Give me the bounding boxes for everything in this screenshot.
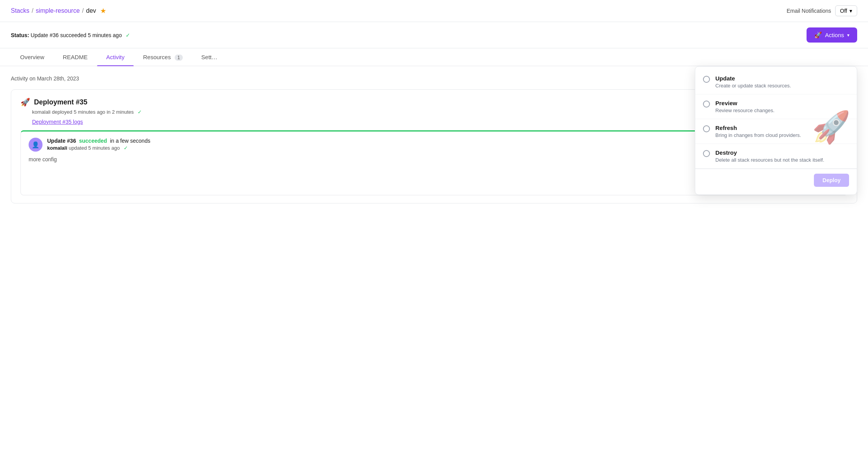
update-username: komalali (47, 145, 67, 151)
resources-badge: 1 (175, 55, 183, 61)
breadcrumb-sep2: / (82, 7, 83, 14)
radio-preview[interactable] (703, 101, 710, 108)
dropdown-refresh-desc: Bring in changes from cloud providers. (715, 132, 849, 138)
chevron-down-icon: ▾ (849, 8, 852, 14)
tab-overview[interactable]: Overview (11, 48, 54, 66)
email-notifications-value: Off (840, 8, 847, 14)
breadcrumb: Stacks / simple-resource / dev ★ (11, 7, 106, 15)
tab-settings[interactable]: Sett… (192, 48, 227, 66)
breadcrumb-dev: dev (86, 7, 96, 14)
tabs: Overview README Activity Resources 1 Set… (0, 48, 868, 66)
email-notifications: Email Notifications Off ▾ (786, 5, 857, 16)
dropdown-destroy-desc: Delete all stack resources but not the s… (715, 157, 849, 163)
dropdown-destroy-title: Destroy (715, 149, 849, 156)
status-check-icon: ✓ (126, 32, 130, 38)
dropdown-item-destroy[interactable]: Destroy Delete all stack resources but n… (695, 144, 857, 169)
breadcrumb-sep1: / (32, 7, 33, 14)
dropdown-refresh-title: Refresh (715, 125, 849, 131)
dropdown-preview-title: Preview (715, 100, 849, 106)
email-notifications-label: Email Notifications (786, 8, 831, 14)
update-action: updated 5 minutes ago (69, 145, 120, 151)
radio-refresh[interactable] (703, 125, 710, 132)
breadcrumb-stacks[interactable]: Stacks (11, 7, 29, 14)
status-text: Status: Update #36 succeeded 5 minutes a… (11, 32, 130, 38)
rocket-icon: 🚀 (814, 31, 822, 39)
update-status: succeeded (79, 138, 107, 144)
dropdown-item-update[interactable]: Update Create or update stack resources. (695, 70, 857, 94)
status-bar: Status: Update #36 succeeded 5 minutes a… (0, 22, 868, 48)
chevron-down-icon: ▾ (847, 32, 849, 38)
update-suffix: in a few seconds (110, 138, 150, 144)
deployment-check-icon: ✓ (138, 109, 142, 115)
deployment-title: Deployment #35 (34, 98, 87, 106)
tab-readme[interactable]: README (54, 48, 97, 66)
star-icon[interactable]: ★ (100, 7, 106, 15)
avatar: 👤 (29, 138, 43, 152)
radio-destroy[interactable] (703, 150, 710, 157)
dropdown-footer: Deploy (695, 169, 857, 191)
deployment-meta-text: komalali deployed 5 minutes ago in 2 min… (32, 109, 134, 115)
actions-dropdown: 🚀 Update Create or update stack resource… (695, 66, 857, 195)
tab-activity[interactable]: Activity (97, 48, 134, 66)
breadcrumb-simple-resource[interactable]: simple-resource (36, 7, 80, 14)
main-content: Activity on March 28th, 2023 🚀 Deploymen… (0, 66, 868, 219)
status-label: Status: (11, 32, 29, 38)
dropdown-update-desc: Create or update stack resources. (715, 83, 849, 89)
update-number: Update #36 (47, 138, 76, 144)
dropdown-update-title: Update (715, 75, 849, 82)
status-message: Update #36 succeeded 5 minutes ago (31, 32, 122, 38)
dropdown-preview-desc: Review resource changes. (715, 108, 849, 113)
update-check-icon: ✓ (124, 145, 128, 151)
deploy-button[interactable]: Deploy (814, 174, 849, 187)
deployment-rocket-icon: 🚀 (20, 97, 30, 107)
actions-button[interactable]: 🚀 Actions ▾ (807, 27, 857, 43)
actions-label: Actions (825, 32, 844, 38)
top-bar: Stacks / simple-resource / dev ★ Email N… (0, 0, 868, 22)
email-notifications-dropdown[interactable]: Off ▾ (835, 5, 857, 16)
dropdown-item-preview[interactable]: Preview Review resource changes. (695, 94, 857, 119)
dropdown-item-refresh[interactable]: Refresh Bring in changes from cloud prov… (695, 119, 857, 144)
tab-resources[interactable]: Resources 1 (134, 48, 192, 66)
radio-update[interactable] (703, 76, 710, 83)
